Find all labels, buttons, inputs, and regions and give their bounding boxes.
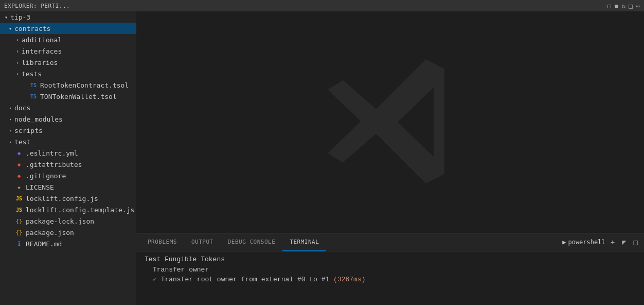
tab-output[interactable]: OUTPUT — [184, 233, 221, 251]
json-icon-packagelock: {} — [14, 216, 24, 226]
explorer-title: EXPLORER: PERTI... — [4, 3, 604, 9]
folder-arrow-test: › — [6, 138, 14, 146]
sidebar-item-interfaces[interactable]: › interfaces — [0, 45, 136, 57]
sidebar-item-locklifttemplate[interactable]: › JS locklift.config.template.js — [0, 204, 136, 215]
sidebar-label-interfaces: interfaces — [22, 47, 62, 55]
more-icon[interactable]: ⋯ — [636, 2, 640, 10]
refresh-icon[interactable]: ↻ — [622, 2, 626, 10]
sidebar-item-libraries[interactable]: › libraries — [0, 57, 136, 68]
sidebar-item-gitattributes[interactable]: › ◆ .gitattributes — [0, 159, 136, 170]
check-icon: ✓ — [153, 276, 161, 283]
folder-arrow-libraries: › — [13, 58, 22, 66]
sidebar-label-locklifttemplate: locklift.config.template.js — [26, 206, 134, 214]
sidebar-item-eslintrc[interactable]: › ◆ .eslintrc.yml — [0, 147, 136, 159]
sidebar-item-tests[interactable]: › tests — [0, 68, 136, 79]
panel-tab-bar: PROBLEMS OUTPUT DEBUG CONSOLE TERMINAL ▶… — [136, 233, 644, 251]
split-terminal-icon[interactable]: ◤ — [620, 237, 628, 247]
folder-arrow-additional: › — [13, 36, 22, 44]
sidebar-label-test: test — [14, 138, 30, 146]
tsol-icon-tontoken: TS — [29, 92, 38, 101]
tab-problems[interactable]: PROBLEMS — [140, 233, 184, 251]
license-icon: ★ — [14, 182, 24, 192]
folder-arrow-docs: › — [6, 104, 14, 112]
sidebar-label-lockliftconfig: locklift.config.js — [26, 195, 98, 202]
sidebar-label-nodemodules: node_modules — [14, 115, 63, 123]
explorer-header: EXPLORER: PERTI... ◻ ◼ ↻ □ ⋯ — [0, 0, 644, 11]
tsol-icon-roottoken: TS — [29, 80, 38, 90]
sidebar-item-lockliftconfig[interactable]: › JS locklift.config.js — [0, 193, 136, 204]
new-folder-icon[interactable]: ◼ — [615, 2, 619, 10]
sidebar-label-tip3: tip-3 — [10, 13, 30, 21]
sidebar-label-additional: additional — [22, 36, 62, 44]
sidebar-label-gitattributes: .gitattributes — [26, 161, 82, 168]
terminal-output: Test Fungible Tokens Transfer owner ✓ Tr… — [136, 251, 644, 305]
collapse-icon[interactable]: □ — [629, 2, 633, 10]
sidebar-item-test[interactable]: › test — [0, 136, 136, 147]
tab-output-label: OUTPUT — [191, 239, 213, 245]
sidebar-item-docs[interactable]: › docs — [0, 102, 136, 113]
main-layout: ▾ tip-3 ▾ contracts › additional › inter… — [0, 11, 644, 305]
eslint-icon: ◆ — [14, 148, 24, 158]
tab-terminal[interactable]: TERMINAL — [282, 233, 326, 251]
sidebar-item-scripts[interactable]: › scripts — [0, 125, 136, 136]
folder-arrow-nodemodules: › — [6, 115, 14, 123]
tab-terminal-label: TERMINAL — [290, 239, 319, 245]
sidebar-label-packagelock: package-lock.json — [26, 217, 94, 225]
sidebar-item-readme[interactable]: › ℹ README.md — [0, 238, 136, 249]
js-icon-locklifttemplate: JS — [14, 205, 24, 214]
json-icon-packagejson: {} — [14, 228, 24, 237]
tab-debug-console[interactable]: DEBUG CONSOLE — [221, 233, 283, 251]
sidebar-label-eslintrc: .eslintrc.yml — [26, 149, 78, 157]
sidebar-label-gitignore: .gitignore — [26, 172, 66, 180]
vscode-watermark-logo — [318, 50, 462, 194]
sidebar-label-libraries: libraries — [22, 59, 58, 66]
folder-arrow-tests: › — [13, 70, 22, 78]
sidebar-item-packagejson[interactable]: › {} package.json — [0, 227, 136, 238]
explorer-actions: ◻ ◼ ↻ □ ⋯ — [607, 2, 640, 10]
maximize-panel-icon[interactable]: □ — [632, 237, 640, 247]
sidebar-label-readme: README.md — [26, 240, 62, 248]
sidebar-label-tests: tests — [22, 70, 42, 78]
new-file-icon[interactable]: ◻ — [607, 2, 612, 10]
tab-debug-console-label: DEBUG CONSOLE — [228, 239, 276, 245]
term-line-success: ✓ Transfer root owner from external #0 t… — [145, 275, 636, 285]
file-explorer-sidebar: ▾ tip-3 ▾ contracts › additional › inter… — [0, 11, 136, 305]
sidebar-label-scripts: scripts — [14, 127, 43, 134]
bottom-panel: PROBLEMS OUTPUT DEBUG CONSOLE TERMINAL ▶… — [136, 233, 644, 305]
folder-arrow-contracts: ▾ — [6, 24, 14, 32]
sidebar-item-packagelock[interactable]: › {} package-lock.json — [0, 215, 136, 227]
folder-arrow-tip3: ▾ — [2, 13, 10, 21]
sidebar-item-gitignore[interactable]: › ◆ .gitignore — [0, 170, 136, 181]
sidebar-item-tontoken[interactable]: › TS TONTokenWallet.tsol — [0, 91, 136, 102]
js-icon-locklift: JS — [14, 194, 24, 203]
panel-actions: ▶ powershell + ◤ □ — [562, 237, 640, 247]
sidebar-label-contracts: contracts — [14, 25, 50, 32]
folder-arrow-interfaces: › — [13, 47, 22, 55]
editor-area — [136, 11, 644, 233]
sidebar-label-license: LICENSE — [26, 183, 54, 191]
sidebar-label-docs: docs — [14, 104, 30, 112]
term-line-heading: Test Fungible Tokens — [145, 255, 636, 265]
folder-arrow-scripts: › — [6, 126, 14, 134]
tab-problems-label: PROBLEMS — [148, 239, 177, 245]
sidebar-label-roottoken: RootTokenContract.tsol — [40, 81, 129, 89]
git-icon-gitattributes: ◆ — [14, 160, 24, 169]
sidebar-item-contracts[interactable]: ▾ contracts — [0, 23, 136, 34]
git-icon-gitignore: ◆ — [14, 171, 24, 180]
terminal-label: ▶ powershell — [562, 239, 605, 246]
terminal-icon: ▶ — [562, 239, 566, 246]
sidebar-item-nodemodules[interactable]: › node_modules — [0, 113, 136, 125]
add-terminal-icon[interactable]: + — [609, 237, 617, 247]
sidebar-item-roottoken[interactable]: › TS RootTokenContract.tsol — [0, 79, 136, 91]
sidebar-item-additional[interactable]: › additional — [0, 34, 136, 45]
sidebar-label-tontoken: TONTokenWallet.tsol — [40, 93, 117, 100]
term-line-subheading: Transfer owner — [145, 265, 636, 275]
info-icon-readme: ℹ — [14, 239, 24, 248]
sidebar-item-license[interactable]: › ★ LICENSE — [0, 181, 136, 193]
sidebar-item-tip3[interactable]: ▾ tip-3 — [0, 11, 136, 23]
sidebar-label-packagejson: package.json — [26, 229, 74, 236]
